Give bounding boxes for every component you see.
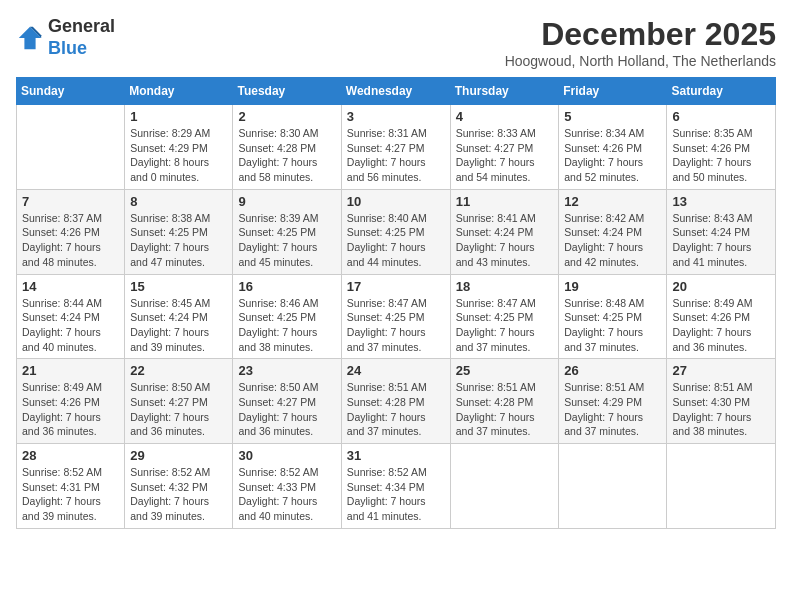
calendar-week-row: 1Sunrise: 8:29 AMSunset: 4:29 PMDaylight… xyxy=(17,105,776,190)
day-number: 30 xyxy=(238,448,335,463)
day-number: 1 xyxy=(130,109,227,124)
day-number: 21 xyxy=(22,363,119,378)
calendar-cell: 11Sunrise: 8:41 AMSunset: 4:24 PMDayligh… xyxy=(450,189,559,274)
calendar-cell: 8Sunrise: 8:38 AMSunset: 4:25 PMDaylight… xyxy=(125,189,233,274)
calendar-week-row: 14Sunrise: 8:44 AMSunset: 4:24 PMDayligh… xyxy=(17,274,776,359)
day-info: Sunrise: 8:45 AMSunset: 4:24 PMDaylight:… xyxy=(130,296,227,355)
day-number: 10 xyxy=(347,194,445,209)
calendar-cell: 3Sunrise: 8:31 AMSunset: 4:27 PMDaylight… xyxy=(341,105,450,190)
day-number: 17 xyxy=(347,279,445,294)
calendar-week-row: 21Sunrise: 8:49 AMSunset: 4:26 PMDayligh… xyxy=(17,359,776,444)
day-number: 7 xyxy=(22,194,119,209)
day-number: 31 xyxy=(347,448,445,463)
day-number: 26 xyxy=(564,363,661,378)
calendar-cell: 2Sunrise: 8:30 AMSunset: 4:28 PMDaylight… xyxy=(233,105,341,190)
day-number: 18 xyxy=(456,279,554,294)
day-number: 20 xyxy=(672,279,770,294)
day-info: Sunrise: 8:37 AMSunset: 4:26 PMDaylight:… xyxy=(22,211,119,270)
calendar-body: 1Sunrise: 8:29 AMSunset: 4:29 PMDaylight… xyxy=(17,105,776,529)
calendar-cell: 31Sunrise: 8:52 AMSunset: 4:34 PMDayligh… xyxy=(341,444,450,529)
calendar-cell: 13Sunrise: 8:43 AMSunset: 4:24 PMDayligh… xyxy=(667,189,776,274)
calendar-cell: 28Sunrise: 8:52 AMSunset: 4:31 PMDayligh… xyxy=(17,444,125,529)
day-info: Sunrise: 8:42 AMSunset: 4:24 PMDaylight:… xyxy=(564,211,661,270)
calendar-cell: 5Sunrise: 8:34 AMSunset: 4:26 PMDaylight… xyxy=(559,105,667,190)
logo-icon xyxy=(16,24,44,52)
calendar-table: SundayMondayTuesdayWednesdayThursdayFrid… xyxy=(16,77,776,529)
day-number: 2 xyxy=(238,109,335,124)
day-info: Sunrise: 8:39 AMSunset: 4:25 PMDaylight:… xyxy=(238,211,335,270)
day-info: Sunrise: 8:43 AMSunset: 4:24 PMDaylight:… xyxy=(672,211,770,270)
calendar-week-row: 7Sunrise: 8:37 AMSunset: 4:26 PMDaylight… xyxy=(17,189,776,274)
day-number: 8 xyxy=(130,194,227,209)
day-info: Sunrise: 8:33 AMSunset: 4:27 PMDaylight:… xyxy=(456,126,554,185)
day-info: Sunrise: 8:46 AMSunset: 4:25 PMDaylight:… xyxy=(238,296,335,355)
day-info: Sunrise: 8:52 AMSunset: 4:32 PMDaylight:… xyxy=(130,465,227,524)
day-number: 23 xyxy=(238,363,335,378)
day-number: 28 xyxy=(22,448,119,463)
calendar-cell: 18Sunrise: 8:47 AMSunset: 4:25 PMDayligh… xyxy=(450,274,559,359)
calendar-cell: 4Sunrise: 8:33 AMSunset: 4:27 PMDaylight… xyxy=(450,105,559,190)
calendar-cell xyxy=(17,105,125,190)
weekday-header-cell: Monday xyxy=(125,78,233,105)
day-number: 15 xyxy=(130,279,227,294)
calendar-cell: 10Sunrise: 8:40 AMSunset: 4:25 PMDayligh… xyxy=(341,189,450,274)
day-info: Sunrise: 8:49 AMSunset: 4:26 PMDaylight:… xyxy=(22,380,119,439)
weekday-header-cell: Thursday xyxy=(450,78,559,105)
day-number: 9 xyxy=(238,194,335,209)
calendar-cell: 17Sunrise: 8:47 AMSunset: 4:25 PMDayligh… xyxy=(341,274,450,359)
calendar-cell xyxy=(559,444,667,529)
day-info: Sunrise: 8:52 AMSunset: 4:34 PMDaylight:… xyxy=(347,465,445,524)
calendar-cell: 26Sunrise: 8:51 AMSunset: 4:29 PMDayligh… xyxy=(559,359,667,444)
calendar-cell: 1Sunrise: 8:29 AMSunset: 4:29 PMDaylight… xyxy=(125,105,233,190)
day-info: Sunrise: 8:38 AMSunset: 4:25 PMDaylight:… xyxy=(130,211,227,270)
day-info: Sunrise: 8:51 AMSunset: 4:30 PMDaylight:… xyxy=(672,380,770,439)
calendar-cell: 20Sunrise: 8:49 AMSunset: 4:26 PMDayligh… xyxy=(667,274,776,359)
page-header: General Blue December 2025 Hoogwoud, Nor… xyxy=(16,16,776,69)
day-info: Sunrise: 8:51 AMSunset: 4:28 PMDaylight:… xyxy=(456,380,554,439)
day-number: 6 xyxy=(672,109,770,124)
day-number: 4 xyxy=(456,109,554,124)
day-info: Sunrise: 8:52 AMSunset: 4:31 PMDaylight:… xyxy=(22,465,119,524)
day-info: Sunrise: 8:50 AMSunset: 4:27 PMDaylight:… xyxy=(130,380,227,439)
weekday-header-cell: Tuesday xyxy=(233,78,341,105)
day-number: 29 xyxy=(130,448,227,463)
day-number: 14 xyxy=(22,279,119,294)
day-info: Sunrise: 8:34 AMSunset: 4:26 PMDaylight:… xyxy=(564,126,661,185)
day-number: 27 xyxy=(672,363,770,378)
weekday-header-cell: Saturday xyxy=(667,78,776,105)
calendar-week-row: 28Sunrise: 8:52 AMSunset: 4:31 PMDayligh… xyxy=(17,444,776,529)
day-number: 13 xyxy=(672,194,770,209)
day-number: 16 xyxy=(238,279,335,294)
day-number: 22 xyxy=(130,363,227,378)
day-info: Sunrise: 8:51 AMSunset: 4:28 PMDaylight:… xyxy=(347,380,445,439)
calendar-cell xyxy=(667,444,776,529)
day-info: Sunrise: 8:41 AMSunset: 4:24 PMDaylight:… xyxy=(456,211,554,270)
day-number: 19 xyxy=(564,279,661,294)
day-info: Sunrise: 8:40 AMSunset: 4:25 PMDaylight:… xyxy=(347,211,445,270)
calendar-cell: 23Sunrise: 8:50 AMSunset: 4:27 PMDayligh… xyxy=(233,359,341,444)
logo: General Blue xyxy=(16,16,115,59)
day-info: Sunrise: 8:52 AMSunset: 4:33 PMDaylight:… xyxy=(238,465,335,524)
calendar-cell: 21Sunrise: 8:49 AMSunset: 4:26 PMDayligh… xyxy=(17,359,125,444)
calendar-cell: 6Sunrise: 8:35 AMSunset: 4:26 PMDaylight… xyxy=(667,105,776,190)
day-info: Sunrise: 8:50 AMSunset: 4:27 PMDaylight:… xyxy=(238,380,335,439)
day-info: Sunrise: 8:49 AMSunset: 4:26 PMDaylight:… xyxy=(672,296,770,355)
day-info: Sunrise: 8:47 AMSunset: 4:25 PMDaylight:… xyxy=(456,296,554,355)
calendar-cell: 30Sunrise: 8:52 AMSunset: 4:33 PMDayligh… xyxy=(233,444,341,529)
day-info: Sunrise: 8:35 AMSunset: 4:26 PMDaylight:… xyxy=(672,126,770,185)
day-info: Sunrise: 8:51 AMSunset: 4:29 PMDaylight:… xyxy=(564,380,661,439)
day-number: 11 xyxy=(456,194,554,209)
calendar-cell: 7Sunrise: 8:37 AMSunset: 4:26 PMDaylight… xyxy=(17,189,125,274)
calendar-cell: 24Sunrise: 8:51 AMSunset: 4:28 PMDayligh… xyxy=(341,359,450,444)
day-number: 5 xyxy=(564,109,661,124)
location-title: Hoogwoud, North Holland, The Netherlands xyxy=(505,53,776,69)
day-info: Sunrise: 8:44 AMSunset: 4:24 PMDaylight:… xyxy=(22,296,119,355)
title-block: December 2025 Hoogwoud, North Holland, T… xyxy=(505,16,776,69)
calendar-cell: 16Sunrise: 8:46 AMSunset: 4:25 PMDayligh… xyxy=(233,274,341,359)
calendar-cell: 15Sunrise: 8:45 AMSunset: 4:24 PMDayligh… xyxy=(125,274,233,359)
calendar-cell: 25Sunrise: 8:51 AMSunset: 4:28 PMDayligh… xyxy=(450,359,559,444)
day-info: Sunrise: 8:48 AMSunset: 4:25 PMDaylight:… xyxy=(564,296,661,355)
calendar-cell: 12Sunrise: 8:42 AMSunset: 4:24 PMDayligh… xyxy=(559,189,667,274)
logo-general-text: General xyxy=(48,16,115,36)
logo-blue-text: Blue xyxy=(48,38,87,58)
